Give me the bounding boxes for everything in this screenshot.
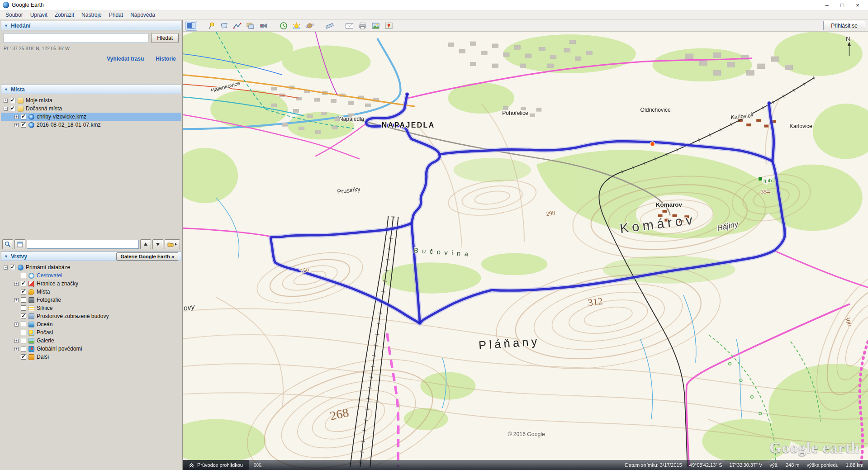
layer-item-label[interactable]: Cestovatel	[37, 272, 62, 279]
checkbox[interactable]	[21, 281, 26, 286]
track-start-marker[interactable]	[405, 93, 408, 96]
menu-napoveda[interactable]: Nápověda	[127, 11, 159, 19]
layer-item-ocean[interactable]: + Oceán	[1, 320, 181, 328]
previous-item-button[interactable]	[140, 239, 151, 249]
map-view[interactable]: N Napajedla NAPAJEDLA Pohořelice Oldrich…	[183, 32, 868, 470]
expander-icon[interactable]: +	[14, 282, 19, 286]
layer-item-mista[interactable]: Místa	[1, 288, 181, 296]
places-panel-header[interactable]: ▼ Místa	[1, 85, 181, 94]
new-folder-button[interactable]	[165, 239, 180, 249]
place-item-2016-08-02[interactable]: + 2016-08-02_18-01-07.kmz	[1, 121, 181, 129]
map-canvas[interactable]: N Napajedla NAPAJEDLA Pohořelice Oldrich…	[183, 32, 868, 470]
expander-icon[interactable]: +	[4, 99, 8, 103]
image-overlay-icon	[246, 22, 255, 30]
layer-item-cestovatel[interactable]: Cestovatel	[1, 271, 181, 280]
place-item-temporary-places[interactable]: − Dočasná místa	[1, 104, 181, 113]
weather-sun-icon	[28, 330, 34, 336]
expander-icon[interactable]: +	[14, 123, 19, 127]
layer-item-galerie[interactable]: + Galerie	[1, 337, 181, 345]
checkbox[interactable]	[21, 322, 26, 327]
expander-icon[interactable]: −	[4, 266, 8, 270]
places-filter-input[interactable]	[27, 240, 139, 249]
view-in-google-maps-button[interactable]	[383, 21, 395, 31]
minimize-button[interactable]: –	[819, 0, 835, 10]
switch-planets-button[interactable]	[304, 21, 316, 31]
ruler-button[interactable]	[324, 21, 336, 31]
menu-zobrazit[interactable]: Zobrazit	[51, 11, 78, 19]
sunlight-button[interactable]	[291, 21, 303, 31]
expander-icon[interactable]: +	[14, 115, 19, 119]
menu-soubor[interactable]: Soubor	[2, 11, 27, 19]
layer-item-primary-database[interactable]: − Primární databáze	[1, 263, 181, 271]
layer-item-silnice[interactable]: Silnice	[1, 304, 181, 312]
earth-gallery-button[interactable]: Galerie Google Earth »	[116, 252, 178, 261]
layers-panel-header[interactable]: ▼ Vrstvy Galerie Google Earth »	[1, 252, 181, 261]
history-link[interactable]: Historie	[156, 56, 176, 62]
search-button[interactable]: Hledat	[151, 33, 179, 43]
save-image-button[interactable]	[370, 21, 382, 31]
google-earth-logo-icon	[3, 2, 9, 8]
checkbox[interactable]	[21, 273, 26, 278]
checkbox[interactable]	[21, 305, 26, 311]
expander-icon[interactable]: +	[14, 339, 19, 343]
menu-upravit[interactable]: Upravit	[27, 11, 51, 19]
layer-item-prostorove-budovy[interactable]: Prostorové zobrazené budovy	[1, 312, 181, 320]
expander-icon[interactable]: +	[14, 347, 19, 351]
checkbox[interactable]	[21, 289, 26, 294]
placemark-dot[interactable]	[650, 142, 655, 146]
expander-icon[interactable]: +	[14, 323, 19, 327]
checkbox[interactable]	[21, 297, 26, 303]
add-placemark-button[interactable]	[205, 21, 217, 31]
menu-pridat[interactable]: Přidat	[105, 11, 127, 19]
layer-item-label: Hranice a značky	[37, 280, 78, 287]
layer-item-pocasi[interactable]: Počasí	[1, 328, 181, 337]
email-button[interactable]	[344, 21, 356, 31]
google-earth-window: Google Earth – □ × Soubor Upravit Zobraz…	[0, 0, 868, 470]
print-button[interactable]	[357, 21, 369, 31]
layer-item-globalni-povedomi[interactable]: + Globální povědomí	[1, 345, 181, 353]
add-path-button[interactable]	[232, 21, 243, 31]
search-places-button[interactable]	[2, 239, 13, 249]
search-panel-header[interactable]: ▼ Hledání	[1, 21, 181, 30]
photos-camera-icon	[28, 297, 34, 303]
checkbox[interactable]	[10, 106, 15, 111]
menu-nastroje[interactable]: Nástroje	[78, 11, 105, 19]
checkbox[interactable]	[10, 98, 15, 103]
checkbox[interactable]	[21, 313, 26, 319]
clock-icon	[279, 22, 288, 30]
sign-in-button[interactable]: Přihlásit se	[823, 21, 865, 30]
checkbox[interactable]	[21, 114, 26, 119]
checkbox[interactable]	[21, 330, 26, 335]
checkbox[interactable]	[21, 346, 26, 351]
layer-item-dalsi[interactable]: Další	[1, 353, 181, 361]
next-item-button[interactable]	[152, 239, 163, 249]
places-tree: + Moje místa − Dočasná místa + chriby-vi…	[0, 94, 182, 238]
checkbox[interactable]	[21, 338, 26, 343]
add-polygon-button[interactable]	[218, 21, 230, 31]
elevation-label: výš.	[769, 462, 778, 468]
checkbox[interactable]	[21, 122, 26, 128]
expander-icon[interactable]: +	[14, 298, 19, 302]
toggle-places-panel-button[interactable]	[14, 239, 25, 249]
layer-item-fotografie[interactable]: + Fotografie	[1, 296, 181, 304]
search-panel-body: Hledat Př.: 37 25.818' N, 122 05.36' W V…	[0, 30, 182, 64]
get-directions-link[interactable]: Vyhledat trasu	[107, 56, 144, 62]
path-icon	[233, 22, 242, 30]
place-item-chriby-vizovicke[interactable]: + chriby-vizovicke.kmz	[1, 113, 181, 121]
hide-sidebar-button[interactable]	[185, 21, 197, 31]
close-button[interactable]: ×	[850, 0, 865, 10]
layer-item-label: Místa	[37, 289, 50, 295]
checkbox[interactable]	[10, 265, 15, 270]
add-image-overlay-button[interactable]	[245, 21, 256, 31]
places-pin-icon	[28, 289, 34, 295]
historical-imagery-button[interactable]	[278, 21, 289, 31]
search-input[interactable]	[4, 33, 148, 43]
place-item-my-places[interactable]: + Moje místa	[1, 96, 181, 104]
tour-guide-button[interactable]: Průvodce prohlídkou	[183, 460, 249, 470]
maximize-button[interactable]: □	[835, 0, 850, 10]
track-end-marker[interactable]	[768, 101, 771, 104]
checkbox[interactable]	[21, 354, 26, 360]
layer-item-hranice-a-znacky[interactable]: + Hranice a značky	[1, 280, 181, 288]
expander-icon[interactable]: −	[4, 107, 8, 111]
record-tour-button[interactable]	[258, 21, 270, 31]
